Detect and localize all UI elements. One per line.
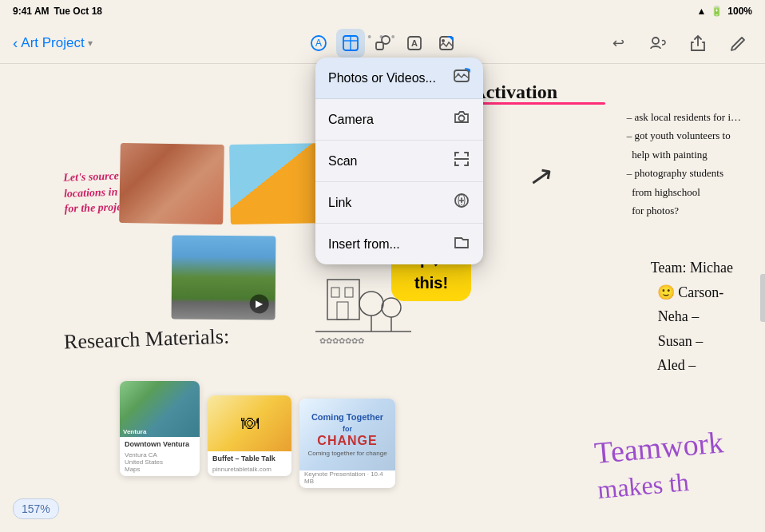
wifi-icon: ▲ xyxy=(696,6,706,17)
status-time: 9:41 AM xyxy=(13,6,50,17)
map-card-label: Downtown Ventura xyxy=(120,437,200,451)
svg-point-11 xyxy=(652,38,659,44)
svg-rect-13 xyxy=(331,288,339,297)
svg-rect-15 xyxy=(337,302,348,320)
undo-button[interactable]: ↩ xyxy=(604,29,632,58)
toolbar-right: ↩ xyxy=(604,29,752,58)
svg-point-24 xyxy=(459,116,465,121)
menu-item-photos[interactable]: Photos or Videos... xyxy=(315,58,483,99)
back-chevron-icon: ‹ xyxy=(13,34,18,52)
addressbook-icon-btn[interactable]: A xyxy=(304,29,333,58)
svg-rect-14 xyxy=(345,288,353,297)
svg-text:A: A xyxy=(411,38,418,48)
menu-item-link[interactable]: Link xyxy=(315,182,483,224)
battery-icon: 🔋 xyxy=(711,6,723,17)
edit-button[interactable] xyxy=(723,29,752,58)
menu-item-insert-from[interactable]: Insert from... xyxy=(315,224,483,264)
svg-point-16 xyxy=(359,292,383,316)
teamwork-text: Teamworkmakes th xyxy=(593,424,728,506)
team-label: Team: Michae xyxy=(651,260,733,276)
smiley-icon: 🙂 xyxy=(657,284,675,300)
image-icon-btn[interactable] xyxy=(432,29,461,58)
side-button xyxy=(760,274,765,322)
collaborate-button[interactable] xyxy=(644,29,672,58)
svg-point-6 xyxy=(382,36,390,44)
back-label: Art Project xyxy=(21,35,84,51)
map-card[interactable]: Ventura Downtown Ventura Ventura CAUnite… xyxy=(120,381,200,476)
shapes-icon-btn[interactable] xyxy=(368,29,397,58)
toolbar-center: A A xyxy=(304,29,461,58)
table-card[interactable]: 🍽 Buffet – Table Talk pinnuretabletalk.c… xyxy=(208,395,291,476)
title-chevron-icon: ▾ xyxy=(88,38,93,49)
svg-text:A: A xyxy=(315,38,322,49)
svg-point-18 xyxy=(382,298,401,317)
arrow-icon: ↗ xyxy=(527,158,557,196)
status-bar: 9:41 AM Tue Oct 18 ▲ 🔋 100% xyxy=(0,0,765,22)
svg-rect-12 xyxy=(327,280,359,320)
community-notes: – ask local residents for i… – got youth… xyxy=(627,108,741,220)
back-button[interactable]: ‹ Art Project ▾ xyxy=(13,34,93,52)
menu-item-scan[interactable]: Scan xyxy=(315,141,483,182)
share-button[interactable] xyxy=(684,29,712,58)
battery-level: 100% xyxy=(727,6,752,17)
photo-brick[interactable] xyxy=(119,143,224,224)
svg-point-10 xyxy=(442,39,445,42)
svg-text:✿✿✿✿✿✿✿: ✿✿✿✿✿✿✿ xyxy=(319,336,364,345)
text-format-icon-btn[interactable]: A xyxy=(400,29,429,58)
status-date: Tue Oct 18 xyxy=(54,6,102,17)
team-section: Team: Michae 🙂 Carson- Neha – Susan – Al… xyxy=(651,256,733,378)
svg-point-23 xyxy=(458,73,460,76)
zoom-indicator: 157% xyxy=(13,498,59,519)
photo-street[interactable]: ▶ xyxy=(172,235,276,320)
research-label: Research Materials: xyxy=(64,324,230,354)
svg-rect-5 xyxy=(376,42,383,50)
table-card-label: Buffet – Table Talk xyxy=(208,451,291,466)
insert-dropdown-menu: Photos or Videos... Camera Scan xyxy=(315,58,483,264)
keynote-card[interactable]: Coming Togetherfor CHANGE Coming togethe… xyxy=(299,399,395,488)
menu-item-camera[interactable]: Camera xyxy=(315,99,483,141)
table-icon-btn[interactable] xyxy=(336,29,365,58)
